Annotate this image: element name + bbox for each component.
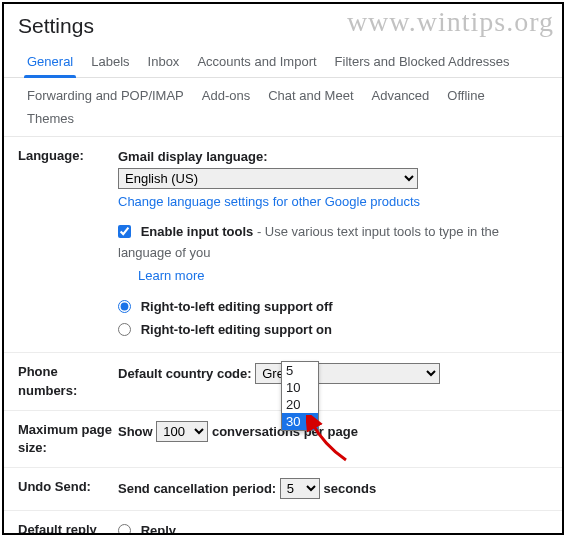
rtl-on-radio[interactable] [118,323,131,336]
tab-chat[interactable]: Chat and Meet [259,84,362,107]
undo-period-select[interactable]: 5 [280,478,320,499]
section-reply: Default reply behavior: Learn more Reply… [4,511,562,535]
pagesize-select[interactable]: 100 [156,421,208,442]
undo-option-20[interactable]: 20 [282,396,318,413]
tabs-secondary: Forwarding and POP/IMAP Add-ons Chat and… [4,78,562,137]
undo-option-30[interactable]: 30 [282,413,318,430]
undo-label: Undo Send: [18,478,118,500]
pagesize-label: Maximum page size: [18,421,118,457]
tabs-primary: General Labels Inbox Accounts and Import… [4,42,562,78]
undo-period-dropdown-open[interactable]: 5 10 20 30 [281,361,319,431]
language-label: Language: [18,147,118,342]
display-language-select[interactable]: English (US) [118,168,418,189]
tab-advanced[interactable]: Advanced [363,84,439,107]
page-title: Settings [4,4,562,42]
tab-inbox[interactable]: Inbox [139,48,189,77]
undo-period-label: Send cancellation period: [118,481,276,496]
tab-forwarding[interactable]: Forwarding and POP/IMAP [18,84,193,107]
tab-labels[interactable]: Labels [82,48,138,77]
country-code-label: Default country code: [118,366,252,381]
undo-seconds: seconds [323,481,376,496]
section-undo: Undo Send: Send cancellation period: 5 s… [4,468,562,511]
tab-addons[interactable]: Add-ons [193,84,259,107]
enable-input-tools-label: Enable input tools [141,224,254,239]
undo-option-10[interactable]: 10 [282,379,318,396]
rtl-on-label: Right-to-left editing support on [141,322,332,337]
reply-text: Reply [141,523,176,535]
tab-offline[interactable]: Offline [438,84,493,107]
rtl-off-radio[interactable] [118,300,131,313]
rtl-off-label: Right-to-left editing support off [141,299,333,314]
phone-label: Phone numbers: [18,363,118,399]
tab-themes[interactable]: Themes [18,107,83,130]
reply-radio[interactable] [118,524,131,535]
display-language-label: Gmail display language: [118,149,268,164]
learn-more-link[interactable]: Learn more [138,268,204,283]
enable-input-tools-checkbox[interactable] [118,225,131,238]
reply-label: Default reply behavior: [18,522,97,535]
tab-general[interactable]: General [18,48,82,77]
section-language: Language: Gmail display language: Englis… [4,137,562,353]
tab-filters[interactable]: Filters and Blocked Addresses [326,48,519,77]
undo-option-5[interactable]: 5 [282,362,318,379]
pagesize-show: Show [118,424,153,439]
tab-accounts[interactable]: Accounts and Import [188,48,325,77]
change-language-link[interactable]: Change language settings for other Googl… [118,194,420,209]
